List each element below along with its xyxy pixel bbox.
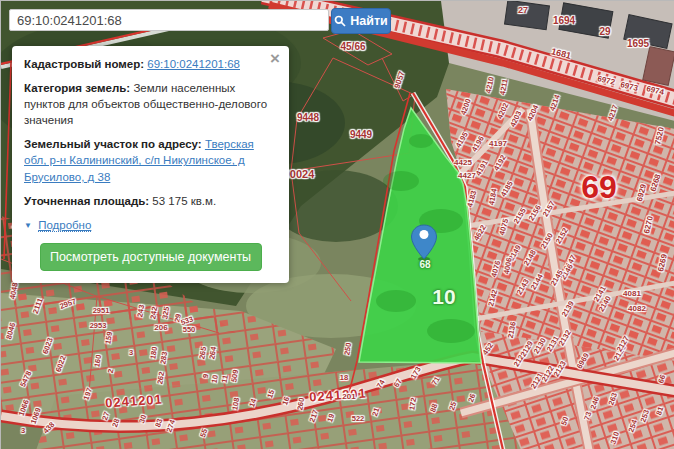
search-icon	[334, 15, 346, 27]
details-link[interactable]: Подробно	[38, 219, 91, 232]
chevron-down-icon: ▼	[24, 220, 32, 231]
search-input[interactable]	[9, 9, 329, 31]
area-value: 53 175 кв.м.	[152, 195, 216, 207]
land-category-row: Категория земель: Земли населенных пункт…	[24, 80, 277, 128]
parcel-info-popup: × Кадастровый номер: 69:10:0241201:68 Ка…	[12, 46, 289, 283]
area-row: Уточненная площадь: 53 175 кв.м.	[24, 193, 277, 209]
search-button-label: Найти	[350, 14, 387, 28]
cadastral-number-label: Кадастровый номер:	[24, 58, 144, 70]
area-label: Уточненная площадь:	[24, 195, 149, 207]
close-icon[interactable]: ×	[270, 50, 280, 67]
cadastral-map-app: 691068024120102412010002445/669448944990…	[0, 0, 674, 449]
land-category-label: Категория земель:	[24, 82, 130, 94]
cadastral-number-link[interactable]: 69:10:0241201:68	[147, 58, 240, 70]
details-row: ▼ Подробно	[24, 217, 277, 233]
address-label: Земельный участок по адресу:	[24, 138, 202, 150]
address-row: Земельный участок по адресу: Тверская об…	[24, 136, 277, 184]
view-documents-button[interactable]: Посмотреть доступные документы	[40, 243, 262, 271]
search-button[interactable]: Найти	[331, 8, 391, 34]
cadastral-number-row: Кадастровый номер: 69:10:0241201:68	[24, 56, 277, 72]
